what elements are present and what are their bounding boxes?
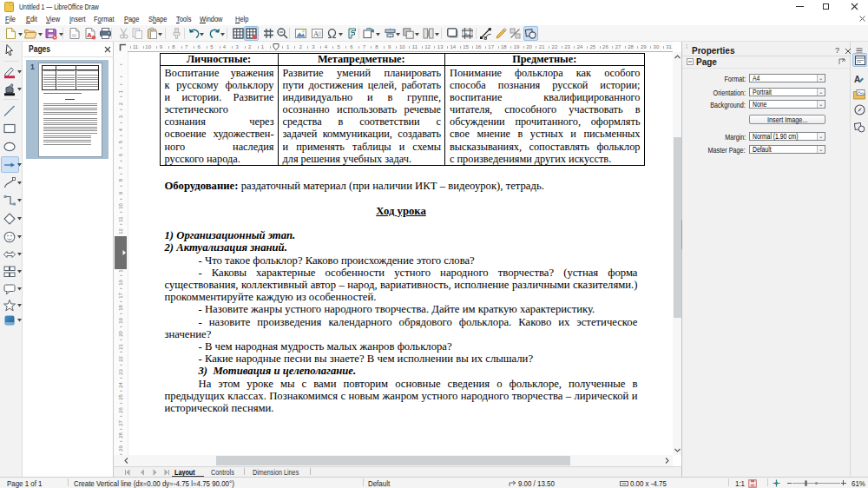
svg-text:A: A — [87, 31, 92, 39]
svg-text:A: A — [854, 75, 860, 84]
